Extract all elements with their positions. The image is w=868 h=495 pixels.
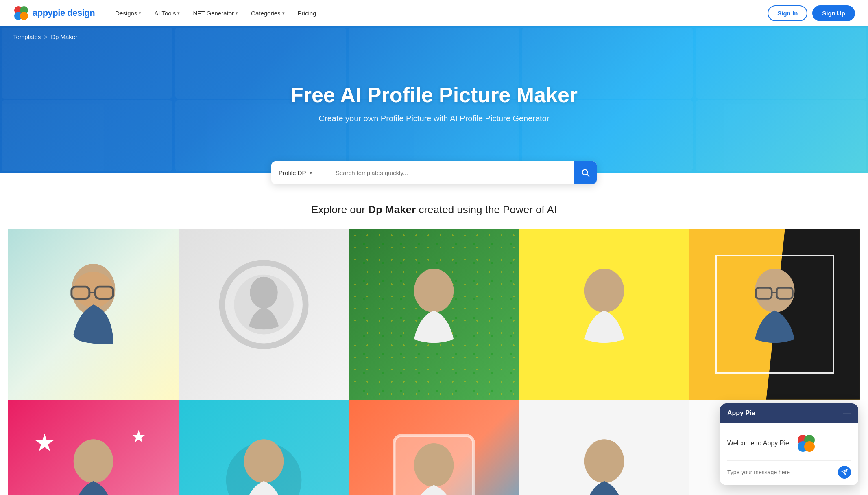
gallery-item-4[interactable] [519,229,689,400]
svg-point-33 [804,441,815,452]
search-section: Profile DP ▾ [0,161,868,184]
nav-links: Designs ▾ AI Tools ▾ NFT Generator ▾ Cat… [109,7,768,20]
gallery-item-6[interactable]: ★ ★ ★ ★ [8,400,179,495]
search-input[interactable] [328,161,574,184]
svg-point-14 [414,269,454,312]
gallery-item-5[interactable] [689,229,860,400]
svg-line-5 [587,175,589,177]
breadcrumb-templates[interactable]: Templates [13,33,41,40]
nav-pricing[interactable]: Pricing [292,7,322,20]
hero-subtitle: Create your own Profile Picture with AI … [290,114,578,123]
chat-body: Welcome to Appy Pie [720,423,858,485]
navbar: appypie design Designs ▾ AI Tools ▾ NFT … [0,0,868,26]
gallery-item-9[interactable] [519,400,689,495]
chat-input-row [727,460,851,479]
chat-title: Appy Pie [727,410,755,417]
nav-designs[interactable]: Designs ▾ [109,7,147,20]
brand-name: appypie design [33,8,95,18]
gallery-grid-row1 [8,229,860,400]
hero-section: Templates > Dp Maker Free AI Profile Pic… [0,26,868,173]
svg-point-4 [582,170,588,175]
chat-header: Appy Pie — [720,403,858,423]
categories-arrow-icon: ▾ [282,11,285,16]
person-silhouette-3 [374,255,493,374]
person-silhouette-6 [34,425,153,495]
hero-content: Free AI Profile Picture Maker Create you… [282,83,586,123]
dropdown-label: Profile DP [279,169,306,176]
nav-nft-generator[interactable]: NFT Generator ▾ [187,7,244,20]
gallery-item-3[interactable] [349,229,519,400]
search-bar: Profile DP ▾ [271,161,597,184]
search-icon [581,168,590,177]
nav-categories[interactable]: Categories ▾ [245,7,290,20]
chat-logo-icon [796,433,817,454]
person-silhouette-5 [715,255,834,374]
nft-arrow-icon: ▾ [236,11,238,16]
designs-arrow-icon: ▾ [139,11,141,16]
signin-button[interactable]: Sign In [768,5,807,21]
svg-point-16 [755,269,795,312]
gallery-item-2[interactable] [179,229,349,400]
svg-point-24 [74,439,113,483]
chat-minimize-button[interactable]: — [843,409,851,417]
gallery-item-7[interactable] [179,400,349,495]
send-icon [841,469,848,475]
chat-widget: Appy Pie — Welcome to Appy Pie [720,403,858,485]
signup-button[interactable]: Sign Up [812,5,855,21]
chat-send-button[interactable] [838,466,851,479]
hero-title: Free AI Profile Picture Maker [290,83,578,107]
chat-message-input[interactable] [727,469,835,475]
category-dropdown[interactable]: Profile DP ▾ [271,161,328,184]
nav-buttons: Sign In Sign Up [768,5,855,21]
logo[interactable]: appypie design [13,5,95,21]
breadcrumb: Templates > Dp Maker [13,33,77,40]
ai-tools-arrow-icon: ▾ [177,11,180,16]
dropdown-arrow-icon: ▾ [310,170,312,176]
explore-title: Explore our Dp Maker created using the P… [8,204,860,216]
chat-welcome-row: Welcome to Appy Pie [727,433,851,454]
chat-welcome-text: Welcome to Appy Pie [727,440,789,447]
gallery-item-8[interactable] [349,400,519,495]
breadcrumb-current: Dp Maker [51,33,77,40]
nav-ai-tools[interactable]: AI Tools ▾ [148,7,185,20]
breadcrumb-separator: > [44,33,48,40]
gallery-item-1[interactable] [8,229,179,400]
search-button[interactable] [574,161,597,184]
svg-point-3 [20,12,28,20]
